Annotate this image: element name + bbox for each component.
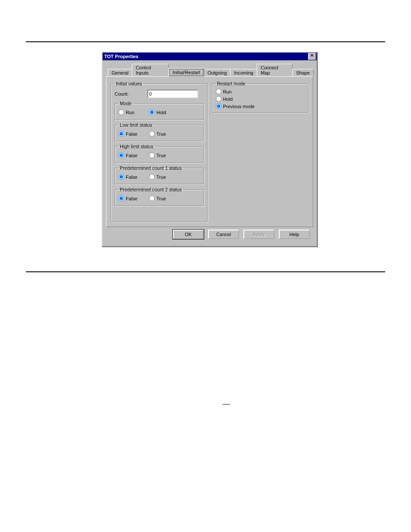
close-icon[interactable]: ✕	[308, 53, 316, 60]
high-limit-false-radio[interactable]: False	[118, 152, 146, 158]
titlebar: TOT Properties ✕	[103, 53, 317, 60]
pc2-legend: Predetermined count 2 status	[118, 187, 183, 192]
tab-page-initial-restart: Initial values Count: Mode Run Hold Low …	[106, 76, 313, 227]
pc1-legend: Predetermined count 1 status	[118, 165, 183, 171]
restart-mode-legend: Restart mode	[216, 81, 247, 86]
mode-run-radio[interactable]: Run	[118, 109, 146, 115]
tot-properties-dialog: TOT Properties ✕ General Control Inputs …	[102, 52, 318, 247]
restart-hold-radio[interactable]: Hold	[216, 96, 305, 102]
restart-previous-radio[interactable]: Previous mode	[216, 103, 305, 109]
high-limit-group: High limit status False True	[115, 144, 204, 163]
apply-button[interactable]: Apply	[243, 230, 274, 239]
restart-mode-group: Restart mode Run Hold Previous mode	[212, 81, 309, 113]
low-limit-legend: Low limit status	[118, 122, 153, 128]
tab-strip: General Control Inputs Initial/Restart O…	[106, 64, 313, 76]
page-mark	[222, 404, 230, 404]
count-label: Count:	[115, 91, 145, 96]
dialog-title: TOT Properties	[104, 54, 138, 59]
cancel-button[interactable]: Cancel	[208, 230, 239, 239]
mode-hold-radio[interactable]: Hold	[149, 109, 177, 115]
pc1-true-radio[interactable]: True	[149, 174, 177, 180]
dialog-buttons: OK Cancel Apply Help	[106, 227, 313, 243]
pc2-true-radio[interactable]: True	[149, 196, 177, 201]
tab-connect-map[interactable]: Connect Map	[257, 64, 293, 76]
pc1-group: Predetermined count 1 status False True	[115, 165, 204, 184]
tab-initial-restart[interactable]: Initial/Restart	[168, 68, 204, 77]
mode-legend: Mode	[118, 101, 133, 106]
ok-button[interactable]: OK	[173, 230, 204, 239]
high-limit-legend: High limit status	[118, 144, 155, 149]
low-limit-true-radio[interactable]: True	[149, 131, 177, 137]
tab-outgoing[interactable]: Outgoing	[204, 69, 231, 76]
tab-incoming[interactable]: Incoming	[230, 69, 257, 76]
help-button[interactable]: Help	[279, 230, 310, 239]
count-input[interactable]	[147, 90, 198, 98]
low-limit-group: Low limit status False True	[115, 122, 204, 141]
pc1-false-radio[interactable]: False	[118, 174, 146, 180]
initial-values-group: Initial values Count: Mode Run Hold Low …	[111, 81, 208, 222]
tab-control-inputs[interactable]: Control Inputs	[132, 64, 169, 76]
pc2-group: Predetermined count 2 status False True	[115, 187, 204, 206]
high-limit-true-radio[interactable]: True	[149, 152, 177, 158]
restart-run-radio[interactable]: Run	[216, 89, 305, 94]
low-limit-false-radio[interactable]: False	[118, 131, 146, 137]
pc2-false-radio[interactable]: False	[118, 196, 146, 201]
tab-shape[interactable]: Shape	[292, 69, 314, 76]
mode-group: Mode Run Hold	[115, 101, 204, 120]
tab-general[interactable]: General	[108, 69, 132, 76]
initial-values-legend: Initial values	[115, 81, 143, 86]
